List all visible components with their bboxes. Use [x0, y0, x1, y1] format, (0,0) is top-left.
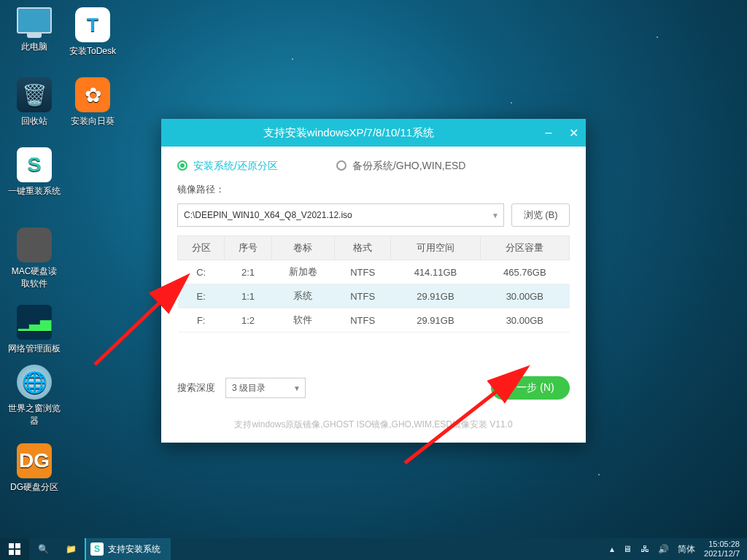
clock-time: 15:05:28 [704, 540, 740, 549]
col-total: 分区容量 [480, 236, 569, 260]
icon-label: DG硬盘分区 [7, 481, 61, 494]
network-panel-icon: ▁▃▅ [17, 305, 52, 340]
icon-label: 一键重装系统 [7, 185, 61, 198]
partition-table: 分区 序号 卷标 格式 可用空间 分区容量 C: 2:1 新加卷 NTFS 41… [177, 236, 570, 332]
browse-button[interactable]: 浏览 (B) [511, 203, 570, 227]
close-button[interactable]: ✕ [561, 119, 586, 147]
col-index: 序号 [225, 236, 271, 260]
svg-rect-5 [15, 550, 20, 555]
apple-icon [17, 228, 52, 262]
table-row[interactable]: E: 1:1 系统 NTFS 29.91GB 30.00GB [178, 284, 570, 308]
search-depth-select[interactable]: 3 级目录 ▼ [225, 378, 306, 398]
todesk-icon: T [75, 7, 110, 42]
icon-label: 世界之窗浏览器 [7, 402, 61, 427]
taskbar: 🔍 📁 S 支持安装系统 ▴ 🖥 🖧 🔊 简体 15:05:28 2021/12… [0, 538, 747, 560]
clock-date: 2021/12/7 [704, 549, 740, 559]
tab-backup-system[interactable]: 备份系统/GHO,WIN,ESD [336, 160, 466, 173]
radio-unselected-icon [336, 160, 347, 171]
icon-label: 此电脑 [7, 41, 61, 53]
desktop-icon-one-click-reinstall[interactable]: S 一键重装系统 [7, 147, 61, 198]
desktop-icon-world-browser[interactable]: 🌐 世界之窗浏览器 [7, 365, 61, 427]
desktop-icon-sunflower[interactable]: ✿ 安装向日葵 [66, 77, 120, 128]
icon-label: 网络管理面板 [7, 343, 61, 355]
taskbar-search-button[interactable]: 🔍 [29, 538, 57, 560]
reinstall-icon: S [17, 147, 52, 182]
chevron-down-icon: ▼ [293, 384, 301, 392]
svg-rect-4 [9, 550, 14, 555]
image-path-label: 镜像路径： [177, 183, 570, 196]
task-label: 支持安装系统 [108, 543, 160, 556]
system-tray: ▴ 🖥 🖧 🔊 简体 15:05:28 2021/12/7 [610, 540, 747, 559]
start-button[interactable] [0, 538, 29, 560]
icon-label: MAC硬盘读取软件 [7, 265, 61, 290]
title-bar: 支持安装windowsXP/7/8/10/11系统 – ✕ [161, 119, 586, 147]
monitor-icon [17, 7, 52, 34]
desktop-icon-dg-partition[interactable]: DG DG硬盘分区 [7, 443, 61, 494]
tray-ime[interactable]: 简体 [678, 543, 695, 556]
tray-volume-icon[interactable]: 🔊 [658, 544, 669, 554]
radio-selected-icon [177, 160, 187, 171]
installer-task-icon: S [90, 542, 104, 556]
next-button[interactable]: 下一步 (N) [491, 376, 570, 400]
window-title: 支持安装windowsXP/7/8/10/11系统 [161, 126, 536, 140]
image-path-dropdown[interactable]: C:\DEEPIN_WIN10_X64_Q8_V2021.12.iso ▼ [177, 203, 504, 227]
search-depth-label: 搜索深度 [177, 381, 215, 394]
icon-label: 安装向日葵 [66, 115, 120, 128]
tray-network-icon[interactable]: 🖧 [640, 544, 649, 554]
taskbar-task-installer[interactable]: S 支持安装系统 [85, 538, 171, 560]
footer-text: 支持windows原版镜像,GHOST ISO镜像,GHO,WIM,ESD镜像安… [161, 410, 586, 443]
icon-label: 回收站 [7, 115, 61, 128]
taskbar-clock[interactable]: 15:05:28 2021/12/7 [704, 540, 740, 559]
desktop-icon-mac-reader[interactable]: MAC硬盘读取软件 [7, 228, 61, 290]
tab-install-restore[interactable]: 安装系统/还原分区 [177, 160, 278, 173]
col-fs: 格式 [335, 236, 391, 260]
table-row[interactable]: C: 2:1 新加卷 NTFS 414.11GB 465.76GB [178, 260, 570, 284]
tray-chevron-up-icon[interactable]: ▴ [610, 544, 614, 554]
desktop-icon-recycle-bin[interactable]: 🗑️ 回收站 [7, 77, 61, 128]
installer-window: 支持安装windowsXP/7/8/10/11系统 – ✕ 安装系统/还原分区 … [161, 119, 586, 443]
sunflower-icon: ✿ [75, 77, 110, 112]
search-depth-value: 3 级目录 [232, 382, 266, 394]
svg-rect-2 [9, 543, 14, 548]
minimize-button[interactable]: – [536, 119, 561, 147]
folder-icon: 📁 [66, 544, 77, 554]
search-icon: 🔍 [38, 544, 49, 554]
col-label: 卷标 [271, 236, 334, 260]
taskbar-file-explorer[interactable]: 📁 [57, 538, 85, 560]
icon-label: 安装ToDesk [66, 45, 120, 58]
table-row[interactable]: F: 1:2 软件 NTFS 29.91GB 30.00GB [178, 308, 570, 332]
dg-icon: DG [17, 443, 52, 478]
desktop-icon-todesk[interactable]: T 安装ToDesk [66, 7, 120, 58]
desktop-icon-this-pc[interactable]: 此电脑 [7, 7, 61, 53]
desktop-icon-network-panel[interactable]: ▁▃▅ 网络管理面板 [7, 305, 61, 355]
tray-display-icon[interactable]: 🖥 [623, 544, 632, 554]
image-path-value: C:\DEEPIN_WIN10_X64_Q8_V2021.12.iso [184, 210, 352, 220]
chevron-down-icon: ▼ [492, 211, 499, 219]
windows-logo-icon [9, 543, 20, 555]
col-free: 可用空间 [391, 236, 480, 260]
col-partition: 分区 [178, 236, 225, 260]
svg-rect-3 [15, 543, 20, 548]
globe-icon: 🌐 [17, 365, 52, 400]
trash-icon: 🗑️ [17, 77, 52, 112]
